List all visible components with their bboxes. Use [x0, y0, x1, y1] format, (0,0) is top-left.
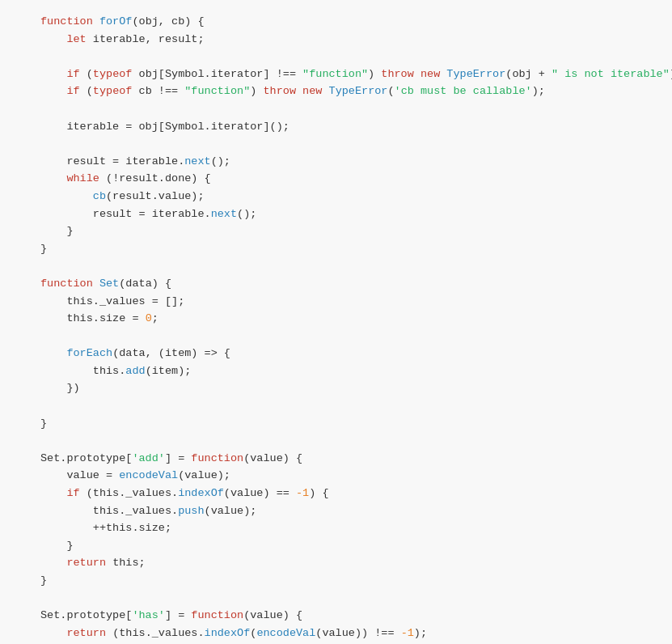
code-line — [40, 100, 656, 118]
code-line: if (typeof cb !== "function") throw new … — [40, 83, 656, 100]
code-line: ++this.size; — [40, 519, 656, 537]
code-line: } — [40, 222, 656, 240]
code-line — [40, 135, 656, 153]
code-line: return this; — [40, 554, 656, 572]
code-line: Set.prototype['add'] = function(value) { — [40, 450, 656, 468]
code-line: this.size = 0; — [40, 310, 656, 328]
code-line: function Set(data) { — [40, 275, 656, 293]
code-line — [40, 397, 656, 415]
code-line: cb(result.value); — [40, 188, 656, 205]
code-line: function forOf(obj, cb) { — [40, 13, 656, 31]
code-line: result = iterable.next(); — [40, 205, 656, 223]
code-line: this.add(item); — [40, 362, 656, 380]
code-line: if (typeof obj[Symbol.iterator] !== "fun… — [40, 66, 656, 83]
code-line: } — [40, 240, 656, 258]
code-line: Set.prototype['has'] = function(value) { — [40, 607, 656, 625]
code-editor: function forOf(obj, cb) { let iterable, … — [0, 0, 672, 644]
code-line — [40, 590, 656, 608]
code-line: forEach(data, (item) => { — [40, 345, 656, 362]
code-line — [40, 432, 656, 450]
code-line: return (this._values.indexOf(encodeVal(v… — [40, 625, 656, 642]
code-line: this._values.push(value); — [40, 502, 656, 520]
code-line: } — [40, 415, 656, 433]
code-line: this._values = []; — [40, 293, 656, 311]
code-line: result = iterable.next(); — [40, 153, 656, 171]
code-line — [40, 257, 656, 275]
code-line: if (this._values.indexOf(value) == -1) { — [40, 485, 656, 502]
code-line: value = encodeVal(value); — [40, 467, 656, 485]
code-line — [40, 48, 656, 66]
code-line: }) — [40, 379, 656, 397]
code-line: let iterable, result; — [40, 31, 656, 49]
code-line — [40, 328, 656, 345]
code-line: } — [40, 537, 656, 555]
code-line: } — [40, 572, 656, 590]
code-line: iterable = obj[Symbol.iterator](); — [40, 118, 656, 136]
code-line: while (!result.done) { — [40, 170, 656, 188]
